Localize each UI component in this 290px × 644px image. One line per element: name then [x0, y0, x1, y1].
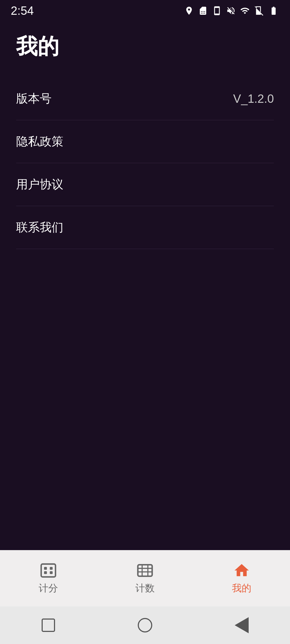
sim-icon: [198, 6, 208, 16]
privacy-menu-item[interactable]: 隐私政策: [16, 120, 274, 163]
svg-rect-2: [50, 567, 53, 570]
triangle-icon: [235, 617, 249, 633]
jishu-label: 计数: [135, 582, 155, 595]
svg-rect-0: [41, 564, 55, 577]
status-icons: [184, 6, 279, 16]
wifi-icon: [240, 6, 250, 16]
agreement-menu-item[interactable]: 用户协议: [16, 163, 274, 206]
menu-list: 版本号 V_1.2.0 隐私政策 用户协议 联系我们: [16, 77, 274, 249]
circle-icon: [138, 618, 152, 632]
version-label: 版本号: [16, 91, 52, 107]
screenshot-icon: [212, 6, 222, 16]
svg-rect-1: [44, 567, 47, 570]
main-content: 我的 版本号 V_1.2.0 隐私政策 用户协议 联系我们: [0, 21, 290, 550]
system-nav: [0, 606, 290, 644]
back-button[interactable]: [231, 614, 252, 636]
wode-label: 我的: [232, 582, 251, 595]
privacy-label: 隐私政策: [16, 134, 63, 149]
svg-rect-5: [138, 565, 152, 576]
agreement-label: 用户协议: [16, 177, 63, 192]
nav-item-jishu[interactable]: 计数: [119, 557, 171, 600]
home-button[interactable]: [134, 614, 156, 636]
signal-icon: [254, 6, 264, 16]
bottom-nav: 计分 计数 我的: [0, 550, 290, 606]
jifen-icon: [40, 562, 57, 579]
recent-apps-button[interactable]: [38, 614, 59, 636]
status-bar: 2:54: [0, 0, 290, 21]
svg-rect-4: [50, 571, 53, 574]
mute-icon: [226, 6, 236, 16]
contact-menu-item[interactable]: 联系我们: [16, 206, 274, 249]
location-icon: [184, 6, 194, 16]
version-value: V_1.2.0: [233, 92, 274, 105]
svg-rect-3: [44, 571, 47, 574]
status-time: 2:54: [11, 4, 34, 17]
nav-item-wode[interactable]: 我的: [216, 557, 267, 600]
jishu-icon: [136, 562, 154, 579]
square-icon: [42, 619, 55, 632]
page-title: 我的: [16, 32, 274, 61]
wode-icon: [233, 562, 250, 579]
version-menu-item[interactable]: 版本号 V_1.2.0: [16, 77, 274, 120]
contact-label: 联系我们: [16, 219, 63, 235]
battery-icon: [268, 6, 279, 16]
nav-item-jifen[interactable]: 计分: [23, 557, 74, 600]
jifen-label: 计分: [39, 582, 58, 595]
